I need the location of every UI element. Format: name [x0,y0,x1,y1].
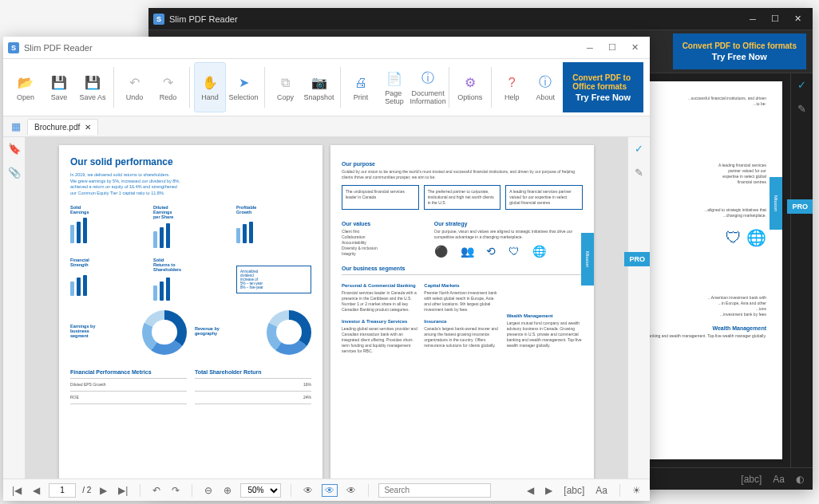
app-icon: S [8,42,19,53]
about-button[interactable]: ⓘAbout [529,62,561,112]
zoom-select[interactable]: 50% [240,483,281,498]
pen-icon[interactable]: ✎ [794,100,810,116]
print-button[interactable]: 🖨Print [345,62,377,112]
font-icon[interactable]: Aa [593,485,610,496]
abc-icon[interactable]: [abc] [738,474,764,485]
printer-icon: 🖨 [352,74,370,92]
view-mode-3-icon[interactable]: 👁 [344,485,358,496]
save-button[interactable]: 💾Save [43,62,75,112]
statusbar: |◀ ◀ / 2 ▶ ▶| ↶ ↷ ⊖ ⊕ 50% 👁 👁 👁 ◀ ▶ [abc… [3,478,650,501]
saveas-button[interactable]: 💾Save As [77,62,109,112]
cursor-icon: ➤ [235,74,252,92]
check-icon[interactable]: ✓ [794,77,810,93]
search-input[interactable] [378,483,491,498]
hand-button[interactable]: ✋Hand [194,62,226,112]
app-title: Slim PDF Reader [24,43,93,53]
next-page-icon[interactable]: ▶ [97,485,109,496]
about-icon: ⓘ [536,74,554,92]
tab-close-icon[interactable]: ✕ [85,123,91,132]
last-page-icon[interactable]: ▶| [116,485,130,496]
doc-page-2: Our purpose Guided by our vision to be a… [330,145,594,478]
question-icon: ? [503,74,520,92]
view-mode-1-icon[interactable]: 👁 [301,485,315,496]
titlebar: S Slim PDF Reader ─ ☐ ✕ [148,8,813,30]
options-button[interactable]: ⚙Options [454,62,486,112]
tab-label: Brochure.pdf [34,123,80,132]
contrast-icon[interactable]: ◐ [793,474,806,485]
first-page-icon[interactable]: |◀ [10,485,24,496]
selection-button[interactable]: ➤Selection [228,62,259,112]
camera-icon: 📷 [311,74,328,92]
pen-icon[interactable]: ✎ [631,164,647,180]
app-icon: S [153,14,164,25]
page-total: / 2 [82,486,91,494]
abc-icon[interactable]: [abc] [561,485,587,496]
donut-chart-2 [267,310,311,355]
docinfo-button[interactable]: ⓘDocument Information [412,62,444,112]
pro-badge[interactable]: PRO [787,199,813,214]
brightness-icon[interactable]: ☀ [630,485,643,496]
promo-cta: Try Free Now [576,93,631,102]
page-gear-icon: 📄 [386,70,403,88]
toolbar: 📂Open 💾Save 💾Save As ↶Undo ↷Redo ✋Hand ➤… [3,59,650,116]
right-sidebar: ✓ ✎ [790,73,813,467]
close-icon[interactable]: ✕ [792,14,803,25]
save-icon: 💾 [50,74,68,92]
app-title: Slim PDF Reader [169,14,238,24]
snapshot-button[interactable]: 📷Snapshot [303,62,335,112]
hand-icon: ✋ [201,74,219,92]
promo-title: Convert PDF to Office formats [572,73,634,91]
promo-banner[interactable]: Convert PDF to Office formats Try Free N… [673,33,806,69]
attachment-icon[interactable]: 📎 [6,164,22,180]
document-tab[interactable]: Brochure.pdf ✕ [27,119,98,135]
zoom-out-icon[interactable]: ⊖ [202,485,215,496]
left-sidebar: 🔖 📎 [3,137,26,478]
titlebar: S Slim PDF Reader ─ ☐ ✕ [3,37,650,59]
maximize-icon[interactable]: ☐ [770,14,781,25]
maximize-icon[interactable]: ☐ [607,42,618,53]
promo-title: Convert PDF to Office formats [682,41,797,50]
close-icon[interactable]: ✕ [629,42,640,53]
promo-banner[interactable]: Convert PDF to Office formats Try Free N… [563,62,643,112]
window-light: S Slim PDF Reader ─ ☐ ✕ 📂Open 💾Save 💾Sav… [3,37,650,501]
prev-page-icon[interactable]: ◀ [30,485,42,496]
right-sidebar: ✓ ✎ [627,137,650,478]
promo-cta: Try Free Now [712,52,767,61]
redo-icon: ↷ [160,74,177,92]
redo-button[interactable]: ↷Redo [152,62,184,112]
page-number-input[interactable] [49,483,76,498]
doc-page-1: Our solid performance In 2019, we delive… [59,145,322,478]
bookmark-icon[interactable]: 🔖 [6,140,22,156]
copy-icon: ⧉ [277,74,295,92]
gear-icon: ⚙ [461,74,479,92]
side-tab[interactable]: Mission [581,233,594,285]
document-viewport[interactable]: Our solid performance In 2019, we delive… [26,137,627,478]
tabstrip: ▦ Brochure.pdf ✕ [3,116,650,137]
minimize-icon[interactable]: ─ [747,14,758,25]
font-icon[interactable]: Aa [770,474,787,485]
info-icon: ⓘ [419,70,437,88]
saveas-icon: 💾 [84,74,101,92]
minimize-icon[interactable]: ─ [584,42,595,53]
view-mode-2-icon[interactable]: 👁 [322,484,338,497]
folder-open-icon: 📂 [17,74,34,92]
check-icon[interactable]: ✓ [631,140,647,156]
rotate-left-icon[interactable]: ↶ [150,485,163,496]
zoom-in-icon[interactable]: ⊕ [221,485,234,496]
page-heading: Our solid performance [70,156,311,167]
thumbnails-icon[interactable]: ▦ [8,119,24,135]
intro-text: In 2019, we delivered solid returns to s… [70,172,311,197]
nav-next-icon[interactable]: ▶ [543,485,555,496]
donut-chart-1 [142,310,187,355]
undo-icon: ↶ [126,74,144,92]
pro-badge[interactable]: PRO [624,252,650,266]
rotate-right-icon[interactable]: ↷ [169,485,182,496]
open-button[interactable]: 📂Open [10,62,42,112]
side-tab[interactable]: Mission [770,177,782,230]
copy-button[interactable]: ⧉Copy [270,62,302,112]
pagesetup-button[interactable]: 📄Page Setup [378,62,410,112]
nav-prev-icon[interactable]: ◀ [524,485,536,496]
help-button[interactable]: ?Help [496,62,528,112]
undo-button[interactable]: ↶Undo [119,62,151,112]
